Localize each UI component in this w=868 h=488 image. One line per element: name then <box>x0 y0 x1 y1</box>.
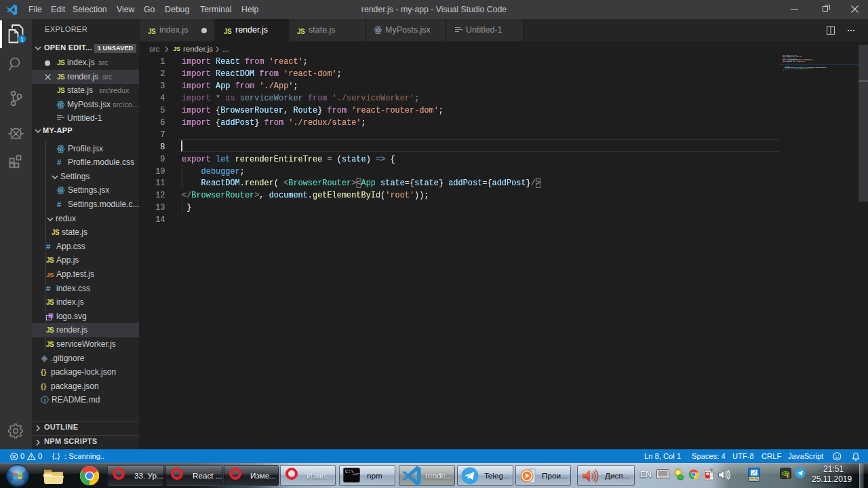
svg-text:!: ! <box>787 473 789 479</box>
